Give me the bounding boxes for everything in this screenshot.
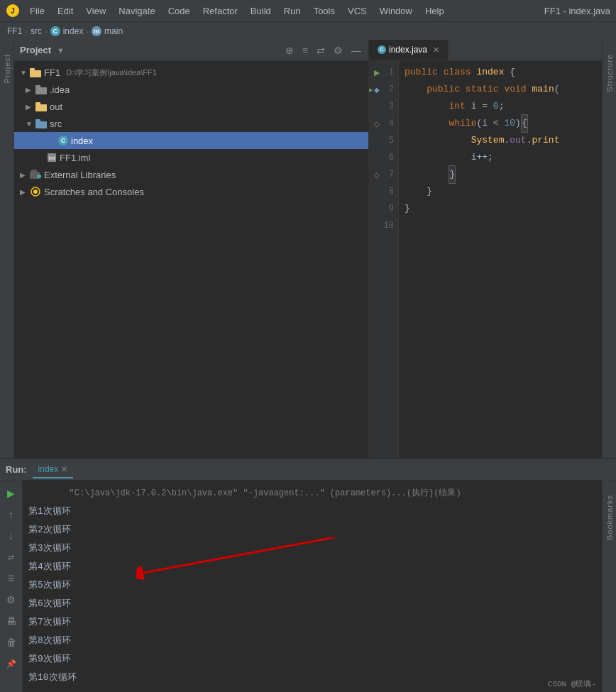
line-num-1: ▶ 1 [369, 64, 398, 81]
bottom-tab-bar: Run: index ✕ [0, 459, 616, 480]
breadcrumb-c-icon: C [50, 26, 60, 36]
folder-icon-out [35, 102, 47, 111]
run-print-button[interactable]: 🖶 [3, 613, 20, 630]
breadcrumb-sep-1: › [25, 27, 28, 35]
tree-src[interactable]: ▼ src [14, 115, 368, 132]
menu-navigate[interactable]: Navigate [113, 4, 160, 18]
menu-edit[interactable]: Edit [52, 4, 79, 18]
tree-arrow-idea: ▶ [26, 86, 33, 94]
menu-window[interactable]: Window [374, 4, 418, 18]
line-num-label-8: 8 [381, 187, 394, 197]
tree-root-ff1[interactable]: ▼ FF1 D:\学习案例\java\idea\FF1 [14, 64, 368, 81]
bookmark-7: ◇ [374, 171, 380, 179]
run-play-button[interactable]: ▶ [3, 485, 20, 502]
bottom-right-credit: CSDN @联璃- [548, 679, 596, 689]
run-tab-close[interactable]: ✕ [61, 465, 67, 473]
line-num-label-7: 7 [381, 170, 394, 180]
line-num-7: ◇ 7 [369, 166, 398, 183]
line-num-label-1: 1 [381, 67, 394, 77]
code-line-6: i++; [405, 149, 596, 166]
tree-label-src: src [50, 119, 62, 129]
menu-view[interactable]: View [80, 4, 111, 18]
tree-idea[interactable]: ▶ .idea [14, 81, 368, 98]
code-line-5: System.out.print [405, 132, 596, 149]
scratches-icon [30, 187, 41, 197]
line-num-label-4: 4 [381, 119, 394, 128]
structure-sidebar-label[interactable]: Structure [605, 54, 614, 92]
line-numbers: ▶ 1 ▶ ◆ 2 3 ◇ 4 [369, 61, 399, 458]
toolbar-locate-icon[interactable]: ⊕ [284, 43, 295, 57]
code-content[interactable]: public class index { public static void … [399, 61, 602, 458]
bottom-content: ▶ ↑ ↓ ⇌ ☰ ⚙ 🖶 🗑 📌 "C:\java\jdk-17.0.2\bi… [0, 480, 616, 692]
toolbar-hide-icon[interactable]: — [350, 43, 363, 57]
tab-close-icon[interactable]: ✕ [433, 45, 439, 55]
run-settings-button[interactable]: ⚙ [3, 591, 20, 608]
run-pin-button[interactable]: 📌 [3, 655, 20, 672]
menu-run[interactable]: Run [278, 4, 307, 18]
tree-ext-lib[interactable]: ▶ External Libraries [14, 166, 368, 183]
iml-icon: iml [47, 153, 57, 163]
run-down-button[interactable]: ↓ [3, 527, 20, 544]
run-toolbar: ▶ ↑ ↓ ⇌ ☰ ⚙ 🖶 🗑 📌 [0, 480, 23, 692]
left-sidebar-strip: Project [0, 40, 14, 458]
breadcrumb-ff1[interactable]: FF1 [7, 26, 22, 36]
run-output-9: 第9次循环 [28, 649, 596, 668]
line-num-label-2: 2 [381, 84, 394, 94]
tree-label-index: index [71, 136, 93, 146]
tree-arrow-scratch: ▶ [20, 188, 27, 196]
menu-tools[interactable]: Tools [308, 4, 341, 18]
run-label: Run: [6, 464, 27, 475]
tab-label-index: index.java [389, 45, 427, 55]
run-align-button[interactable]: ☰ [3, 570, 20, 587]
line-num-6: 6 [369, 149, 398, 166]
toolbar-collapse-icon[interactable]: ≡ [301, 43, 309, 57]
toolbar-settings-icon[interactable]: ⚙ [332, 43, 344, 57]
svg-text:J: J [11, 7, 15, 15]
tree-arrow-ff1: ▼ [20, 69, 27, 77]
run-wrap-button[interactable]: ⇌ [3, 549, 20, 566]
menu-build[interactable]: Build [245, 4, 277, 18]
menu-refactor[interactable]: Refactor [197, 4, 243, 18]
svg-rect-3 [30, 68, 35, 72]
window-title: FF1 - index.java [544, 6, 610, 16]
tree-scratches[interactable]: ▶ Scratches and Consoles [14, 183, 368, 200]
run-cmd-line: "C:\java\jdk-17.0.2\bin\java.exe" "-java… [28, 483, 596, 502]
run-arrow-2[interactable]: ▶ [369, 85, 373, 94]
tab-index-java[interactable]: C index.java ✕ [369, 40, 449, 60]
code-line-4: while(i < 10){ [405, 115, 596, 132]
tree-label-ff1: FF1 [44, 67, 60, 78]
breadcrumb-main[interactable]: main [104, 26, 123, 36]
breadcrumb-index[interactable]: index [63, 26, 84, 36]
run-output-10: 第10次循环 [28, 668, 596, 686]
project-toolbar: Project ▼ ⊕ ≡ ⇄ ⚙ — [14, 40, 368, 61]
menu-file[interactable]: File [24, 4, 50, 18]
menu-code[interactable]: Code [163, 4, 196, 18]
project-sidebar-label[interactable]: Project [3, 54, 11, 83]
run-output-5: 第5次循环 [28, 576, 596, 594]
code-editor: ▶ 1 ▶ ◆ 2 3 ◇ 4 [369, 61, 602, 458]
tree-out[interactable]: ▶ out [14, 98, 368, 115]
code-line-9: } [405, 200, 596, 217]
run-arrow-1[interactable]: ▶ [374, 68, 380, 77]
tree-arrow-ext: ▶ [20, 171, 27, 179]
tree-ff1-iml[interactable]: iml FF1.iml [14, 149, 368, 166]
svg-rect-9 [35, 119, 40, 123]
run-trash-button[interactable]: 🗑 [3, 634, 20, 651]
run-up-button[interactable]: ↑ [3, 506, 20, 523]
line-num-3: 3 [369, 98, 398, 115]
menu-help[interactable]: Help [419, 4, 450, 18]
menu-vcs[interactable]: VCS [342, 4, 373, 18]
tree-path-ff1: D:\学习案例\java\idea\FF1 [66, 67, 157, 78]
tree-index[interactable]: C index [14, 132, 368, 149]
line-num-label-3: 3 [381, 101, 394, 111]
bookmarks-sidebar-label[interactable]: Bookmarks [605, 495, 614, 540]
run-tab-index[interactable]: index ✕ [33, 461, 73, 478]
run-output-2: 第2次循环 [28, 520, 596, 539]
code-line-2: public static void main( [405, 81, 596, 98]
tree-arrow-src: ▼ [26, 120, 33, 128]
project-dropdown-arrow[interactable]: ▼ [57, 46, 65, 55]
menu-bar: J File Edit View Navigate Code Refactor … [0, 0, 616, 21]
breadcrumb: FF1 › src › C index › m main [0, 21, 616, 40]
breadcrumb-src[interactable]: src [31, 26, 42, 36]
toolbar-expand-icon[interactable]: ⇄ [315, 43, 326, 57]
